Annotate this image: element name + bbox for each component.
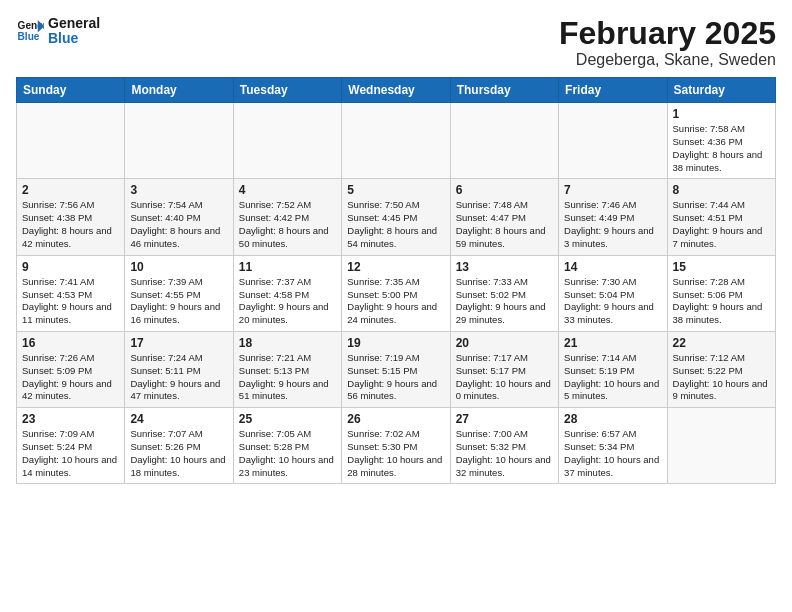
- day-info: Sunrise: 7:44 AM Sunset: 4:51 PM Dayligh…: [673, 199, 770, 250]
- calendar-week-row: 9Sunrise: 7:41 AM Sunset: 4:53 PM Daylig…: [17, 255, 776, 331]
- day-number: 22: [673, 336, 770, 350]
- calendar-cell: 16Sunrise: 7:26 AM Sunset: 5:09 PM Dayli…: [17, 331, 125, 407]
- day-number: 27: [456, 412, 553, 426]
- calendar-cell: 9Sunrise: 7:41 AM Sunset: 4:53 PM Daylig…: [17, 255, 125, 331]
- day-number: 11: [239, 260, 336, 274]
- day-number: 7: [564, 183, 661, 197]
- svg-text:Blue: Blue: [18, 32, 40, 43]
- day-number: 21: [564, 336, 661, 350]
- calendar-cell: 7Sunrise: 7:46 AM Sunset: 4:49 PM Daylig…: [559, 179, 667, 255]
- calendar-cell: 19Sunrise: 7:19 AM Sunset: 5:15 PM Dayli…: [342, 331, 450, 407]
- calendar-cell: 15Sunrise: 7:28 AM Sunset: 5:06 PM Dayli…: [667, 255, 775, 331]
- calendar-cell: [667, 408, 775, 484]
- day-info: Sunrise: 7:07 AM Sunset: 5:26 PM Dayligh…: [130, 428, 227, 479]
- day-info: Sunrise: 7:21 AM Sunset: 5:13 PM Dayligh…: [239, 352, 336, 403]
- day-info: Sunrise: 7:41 AM Sunset: 4:53 PM Dayligh…: [22, 276, 119, 327]
- day-number: 28: [564, 412, 661, 426]
- day-number: 26: [347, 412, 444, 426]
- calendar-cell: 13Sunrise: 7:33 AM Sunset: 5:02 PM Dayli…: [450, 255, 558, 331]
- calendar-cell: [17, 103, 125, 179]
- logo: General Blue General Blue: [16, 16, 100, 47]
- calendar-header: SundayMondayTuesdayWednesdayThursdayFrid…: [17, 78, 776, 103]
- location-title: Degeberga, Skane, Sweden: [559, 51, 776, 69]
- day-info: Sunrise: 6:57 AM Sunset: 5:34 PM Dayligh…: [564, 428, 661, 479]
- day-info: Sunrise: 7:58 AM Sunset: 4:36 PM Dayligh…: [673, 123, 770, 174]
- calendar-cell: [559, 103, 667, 179]
- day-info: Sunrise: 7:05 AM Sunset: 5:28 PM Dayligh…: [239, 428, 336, 479]
- day-number: 24: [130, 412, 227, 426]
- calendar-cell: 10Sunrise: 7:39 AM Sunset: 4:55 PM Dayli…: [125, 255, 233, 331]
- day-info: Sunrise: 7:37 AM Sunset: 4:58 PM Dayligh…: [239, 276, 336, 327]
- calendar-cell: 5Sunrise: 7:50 AM Sunset: 4:45 PM Daylig…: [342, 179, 450, 255]
- day-info: Sunrise: 7:14 AM Sunset: 5:19 PM Dayligh…: [564, 352, 661, 403]
- calendar-week-row: 23Sunrise: 7:09 AM Sunset: 5:24 PM Dayli…: [17, 408, 776, 484]
- weekday-header-saturday: Saturday: [667, 78, 775, 103]
- calendar-cell: 2Sunrise: 7:56 AM Sunset: 4:38 PM Daylig…: [17, 179, 125, 255]
- calendar-cell: 3Sunrise: 7:54 AM Sunset: 4:40 PM Daylig…: [125, 179, 233, 255]
- calendar-cell: 27Sunrise: 7:00 AM Sunset: 5:32 PM Dayli…: [450, 408, 558, 484]
- weekday-header-thursday: Thursday: [450, 78, 558, 103]
- day-number: 15: [673, 260, 770, 274]
- calendar-cell: 28Sunrise: 6:57 AM Sunset: 5:34 PM Dayli…: [559, 408, 667, 484]
- calendar-cell: 18Sunrise: 7:21 AM Sunset: 5:13 PM Dayli…: [233, 331, 341, 407]
- calendar-cell: 22Sunrise: 7:12 AM Sunset: 5:22 PM Dayli…: [667, 331, 775, 407]
- day-number: 13: [456, 260, 553, 274]
- calendar-cell: [233, 103, 341, 179]
- day-info: Sunrise: 7:54 AM Sunset: 4:40 PM Dayligh…: [130, 199, 227, 250]
- weekday-header-monday: Monday: [125, 78, 233, 103]
- day-number: 18: [239, 336, 336, 350]
- calendar-cell: 4Sunrise: 7:52 AM Sunset: 4:42 PM Daylig…: [233, 179, 341, 255]
- calendar-week-row: 2Sunrise: 7:56 AM Sunset: 4:38 PM Daylig…: [17, 179, 776, 255]
- logo-text-line1: General: [48, 16, 100, 31]
- calendar-week-row: 1Sunrise: 7:58 AM Sunset: 4:36 PM Daylig…: [17, 103, 776, 179]
- day-number: 16: [22, 336, 119, 350]
- month-title: February 2025: [559, 16, 776, 51]
- day-info: Sunrise: 7:48 AM Sunset: 4:47 PM Dayligh…: [456, 199, 553, 250]
- calendar-body: 1Sunrise: 7:58 AM Sunset: 4:36 PM Daylig…: [17, 103, 776, 484]
- day-info: Sunrise: 7:19 AM Sunset: 5:15 PM Dayligh…: [347, 352, 444, 403]
- day-number: 20: [456, 336, 553, 350]
- calendar-cell: 21Sunrise: 7:14 AM Sunset: 5:19 PM Dayli…: [559, 331, 667, 407]
- day-number: 5: [347, 183, 444, 197]
- weekday-header-tuesday: Tuesday: [233, 78, 341, 103]
- day-number: 19: [347, 336, 444, 350]
- calendar-cell: 25Sunrise: 7:05 AM Sunset: 5:28 PM Dayli…: [233, 408, 341, 484]
- weekday-row: SundayMondayTuesdayWednesdayThursdayFrid…: [17, 78, 776, 103]
- day-info: Sunrise: 7:50 AM Sunset: 4:45 PM Dayligh…: [347, 199, 444, 250]
- day-number: 17: [130, 336, 227, 350]
- weekday-header-sunday: Sunday: [17, 78, 125, 103]
- calendar-cell: 6Sunrise: 7:48 AM Sunset: 4:47 PM Daylig…: [450, 179, 558, 255]
- weekday-header-friday: Friday: [559, 78, 667, 103]
- day-info: Sunrise: 7:24 AM Sunset: 5:11 PM Dayligh…: [130, 352, 227, 403]
- calendar-cell: 8Sunrise: 7:44 AM Sunset: 4:51 PM Daylig…: [667, 179, 775, 255]
- calendar-cell: 17Sunrise: 7:24 AM Sunset: 5:11 PM Dayli…: [125, 331, 233, 407]
- day-number: 25: [239, 412, 336, 426]
- calendar: SundayMondayTuesdayWednesdayThursdayFrid…: [16, 77, 776, 484]
- day-info: Sunrise: 7:02 AM Sunset: 5:30 PM Dayligh…: [347, 428, 444, 479]
- day-info: Sunrise: 7:09 AM Sunset: 5:24 PM Dayligh…: [22, 428, 119, 479]
- day-number: 6: [456, 183, 553, 197]
- day-info: Sunrise: 7:56 AM Sunset: 4:38 PM Dayligh…: [22, 199, 119, 250]
- calendar-cell: 11Sunrise: 7:37 AM Sunset: 4:58 PM Dayli…: [233, 255, 341, 331]
- day-info: Sunrise: 7:12 AM Sunset: 5:22 PM Dayligh…: [673, 352, 770, 403]
- weekday-header-wednesday: Wednesday: [342, 78, 450, 103]
- day-info: Sunrise: 7:26 AM Sunset: 5:09 PM Dayligh…: [22, 352, 119, 403]
- day-number: 12: [347, 260, 444, 274]
- day-number: 14: [564, 260, 661, 274]
- calendar-cell: [342, 103, 450, 179]
- day-number: 2: [22, 183, 119, 197]
- logo-icon: General Blue: [16, 17, 44, 45]
- day-number: 1: [673, 107, 770, 121]
- calendar-cell: 24Sunrise: 7:07 AM Sunset: 5:26 PM Dayli…: [125, 408, 233, 484]
- calendar-week-row: 16Sunrise: 7:26 AM Sunset: 5:09 PM Dayli…: [17, 331, 776, 407]
- calendar-cell: 23Sunrise: 7:09 AM Sunset: 5:24 PM Dayli…: [17, 408, 125, 484]
- day-info: Sunrise: 7:28 AM Sunset: 5:06 PM Dayligh…: [673, 276, 770, 327]
- day-number: 9: [22, 260, 119, 274]
- day-info: Sunrise: 7:39 AM Sunset: 4:55 PM Dayligh…: [130, 276, 227, 327]
- day-info: Sunrise: 7:35 AM Sunset: 5:00 PM Dayligh…: [347, 276, 444, 327]
- day-number: 4: [239, 183, 336, 197]
- page-header: General Blue General Blue February 2025 …: [16, 16, 776, 69]
- day-info: Sunrise: 7:52 AM Sunset: 4:42 PM Dayligh…: [239, 199, 336, 250]
- day-info: Sunrise: 7:30 AM Sunset: 5:04 PM Dayligh…: [564, 276, 661, 327]
- calendar-cell: 20Sunrise: 7:17 AM Sunset: 5:17 PM Dayli…: [450, 331, 558, 407]
